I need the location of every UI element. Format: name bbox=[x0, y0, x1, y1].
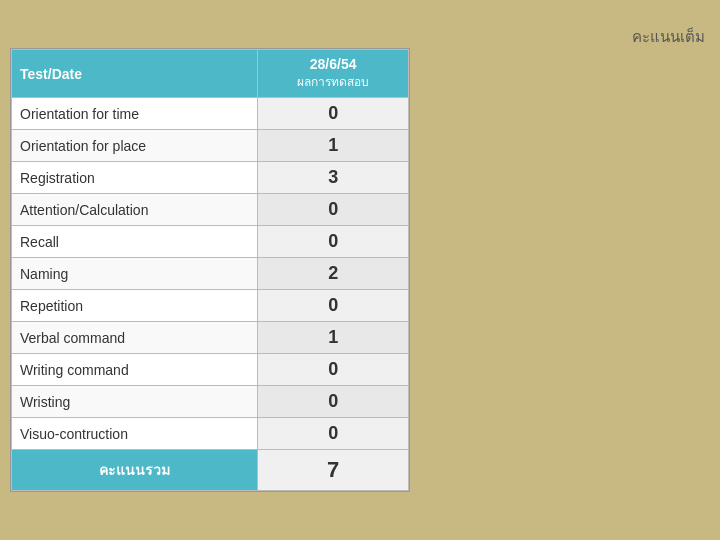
sub-header-text: ผลการทดสอบ bbox=[266, 72, 400, 91]
footer-value: 7 bbox=[258, 450, 409, 491]
table-container: Test/Date 28/6/54 ผลการทดสอบ Orientation… bbox=[10, 48, 410, 492]
table-row: Wristing0 bbox=[12, 386, 409, 418]
table-row: Naming2 bbox=[12, 258, 409, 290]
row-label: Orientation for time bbox=[12, 98, 258, 130]
row-value: 0 bbox=[258, 354, 409, 386]
table-row: Orientation for place1 bbox=[12, 130, 409, 162]
table-row: Writing command0 bbox=[12, 354, 409, 386]
row-label: Naming bbox=[12, 258, 258, 290]
row-label: Verbal command bbox=[12, 322, 258, 354]
row-value: 0 bbox=[258, 290, 409, 322]
row-value: 3 bbox=[258, 162, 409, 194]
table-row: Recall0 bbox=[12, 226, 409, 258]
row-value: 0 bbox=[258, 386, 409, 418]
table-row: Repetition0 bbox=[12, 290, 409, 322]
row-value: 1 bbox=[258, 130, 409, 162]
row-label: Repetition bbox=[12, 290, 258, 322]
table-row: Registration3 bbox=[12, 162, 409, 194]
table-row: Orientation for time0 bbox=[12, 98, 409, 130]
row-label: Recall bbox=[12, 226, 258, 258]
table-row: Visuo-contruction0 bbox=[12, 418, 409, 450]
row-label: Registration bbox=[12, 162, 258, 194]
row-value: 1 bbox=[258, 322, 409, 354]
row-value: 0 bbox=[258, 226, 409, 258]
table-row: Verbal command1 bbox=[12, 322, 409, 354]
table-row: Attention/Calculation0 bbox=[12, 194, 409, 226]
col-header-test: Test/Date bbox=[12, 50, 258, 98]
date-text: 28/6/54 bbox=[266, 56, 400, 72]
row-value: 2 bbox=[258, 258, 409, 290]
mmse-table: Test/Date 28/6/54 ผลการทดสอบ Orientation… bbox=[11, 49, 409, 491]
table-header: Test/Date 28/6/54 ผลการทดสอบ bbox=[12, 50, 409, 98]
row-label: Attention/Calculation bbox=[12, 194, 258, 226]
table-footer: คะแนนรวม 7 bbox=[12, 450, 409, 491]
footer-label: คะแนนรวม bbox=[12, 450, 258, 491]
row-value: 0 bbox=[258, 418, 409, 450]
right-label-text: คะแนนเต็ม bbox=[632, 25, 705, 49]
row-value: 0 bbox=[258, 98, 409, 130]
col-header-date: 28/6/54 ผลการทดสอบ bbox=[258, 50, 409, 98]
row-label: Wristing bbox=[12, 386, 258, 418]
row-label: Visuo-contruction bbox=[12, 418, 258, 450]
right-area: คะแนนเต็ม bbox=[410, 20, 710, 520]
row-label: Writing command bbox=[12, 354, 258, 386]
row-value: 0 bbox=[258, 194, 409, 226]
row-label: Orientation for place bbox=[12, 130, 258, 162]
